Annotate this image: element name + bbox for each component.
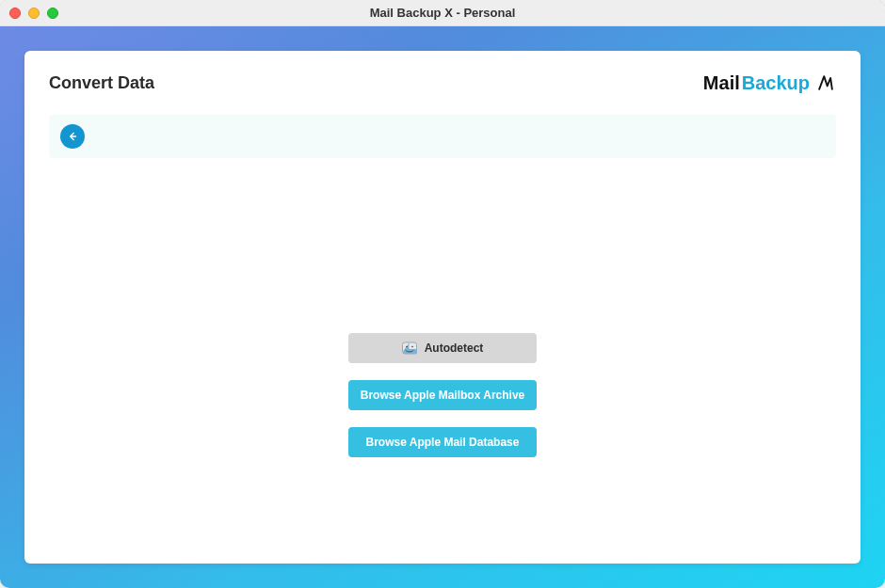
svg-point-1 <box>406 346 408 348</box>
main-card: Convert Data MailBackup <box>24 51 861 564</box>
window-controls <box>9 8 58 19</box>
card-header: Convert Data MailBackup <box>49 72 836 94</box>
logo-text-mail: Mail <box>703 72 740 94</box>
titlebar: Mail Backup X - Personal <box>0 0 885 26</box>
window-title: Mail Backup X - Personal <box>370 6 516 20</box>
product-logo: MailBackup <box>703 72 836 94</box>
browse-archive-label: Browse Apple Mailbox Archive <box>361 389 525 402</box>
back-button[interactable] <box>60 124 85 149</box>
logo-mark-icon <box>815 72 836 94</box>
action-buttons: Autodetect Browse Apple Mailbox Archive … <box>348 333 537 457</box>
back-strip <box>49 115 836 158</box>
logo-text-backup: Backup <box>742 72 810 94</box>
close-window-button[interactable] <box>9 8 21 19</box>
browse-mail-database-button[interactable]: Browse Apple Mail Database <box>348 427 537 457</box>
svg-point-2 <box>411 346 413 348</box>
app-window: Mail Backup X - Personal Convert Data Ma… <box>0 0 885 588</box>
page-title: Convert Data <box>49 73 154 93</box>
autodetect-label: Autodetect <box>425 342 484 355</box>
maximize-window-button[interactable] <box>47 8 58 19</box>
browse-mailbox-archive-button[interactable]: Browse Apple Mailbox Archive <box>348 380 537 410</box>
arrow-left-icon <box>66 130 79 143</box>
browse-database-label: Browse Apple Mail Database <box>366 436 520 449</box>
app-background: Convert Data MailBackup <box>0 26 885 588</box>
minimize-window-button[interactable] <box>28 8 40 19</box>
finder-icon <box>402 341 417 356</box>
autodetect-button[interactable]: Autodetect <box>348 333 537 363</box>
